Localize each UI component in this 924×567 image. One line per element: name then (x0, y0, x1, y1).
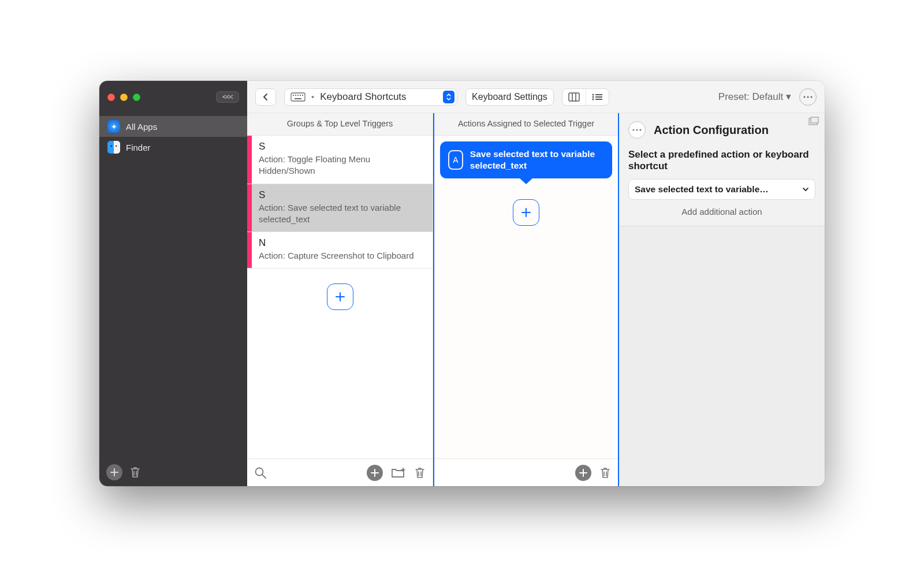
globe-icon: ✦ (107, 120, 120, 133)
action-select-dropdown[interactable]: Save selected text to variable… (628, 179, 815, 200)
trigger-description: Action: Capture Screenshot to Clipboard (259, 250, 426, 262)
close-window-button[interactable] (107, 94, 115, 101)
text-select-icon: A (448, 150, 463, 170)
config-panel: Action Configuration Select a predefined… (619, 113, 825, 226)
config-options-button[interactable] (628, 121, 646, 139)
zoom-window-button[interactable] (133, 94, 140, 101)
toolbar: • Keyboard Shortcuts Keyboard Settings P… (247, 81, 825, 113)
back-button[interactable] (255, 88, 276, 106)
svg-point-25 (639, 129, 641, 130)
row-color-stripe (247, 136, 252, 184)
ellipsis-icon (632, 129, 642, 131)
svg-rect-15 (595, 99, 602, 100)
preset-dropdown[interactable]: Preset: Default ▾ (718, 91, 791, 103)
svg-rect-13 (595, 96, 602, 98)
svg-point-10 (593, 94, 594, 95)
actions-column: Actions Assigned to Selected Trigger A S… (433, 113, 619, 486)
list-icon (591, 93, 603, 101)
columns-view-button[interactable] (562, 89, 586, 105)
config-title: Action Configuration (654, 124, 769, 137)
minimize-window-button[interactable] (120, 94, 128, 101)
actions-list: A Save selected text to variable selecte… (434, 136, 618, 458)
keyboard-settings-button[interactable]: Keyboard Settings (465, 88, 554, 106)
triggers-footer (247, 458, 433, 486)
svg-rect-11 (595, 94, 602, 95)
add-trigger-footer-button[interactable] (367, 465, 383, 481)
triggers-column: Groups & Top Level Triggers S Action: To… (247, 113, 433, 486)
section-dropdown[interactable]: • Keyboard Shortcuts (284, 88, 457, 106)
trigger-key: S (259, 189, 426, 201)
add-group-button[interactable] (391, 467, 406, 479)
config-subtitle: Select a predefined action or keyboard s… (628, 149, 815, 172)
plus-icon (579, 469, 587, 477)
trash-icon (414, 467, 426, 479)
search-icon (254, 467, 267, 479)
plus-icon (521, 207, 531, 218)
row-color-stripe (247, 184, 252, 232)
row-color-stripe (247, 232, 252, 268)
sidebar-item-label: Finder (126, 143, 151, 152)
chevron-left-icon (263, 93, 269, 101)
trigger-key: N (259, 237, 426, 249)
titlebar-sidebar-area: <<< (99, 81, 247, 113)
section-dropdown-label: Keyboard Shortcuts (320, 91, 406, 103)
trigger-row[interactable]: S Action: Save selected text to variable… (247, 184, 433, 233)
dot-separator-icon: • (311, 92, 314, 102)
triggers-column-header: Groups & Top Level Triggers (247, 113, 433, 136)
finder-icon (107, 141, 120, 154)
columns-icon (568, 92, 580, 102)
sidebar-list: ✦ All Apps Finder (99, 113, 247, 458)
delete-trigger-button[interactable] (414, 467, 426, 479)
main-body: ✦ All Apps Finder Groups & Top Level Tri… (99, 113, 825, 486)
action-card-label: Save selected text to variable selected_… (470, 148, 604, 171)
svg-line-20 (262, 475, 266, 478)
svg-point-23 (632, 129, 634, 130)
svg-rect-7 (569, 93, 579, 101)
sidebar-item-all-apps[interactable]: ✦ All Apps (99, 116, 247, 137)
svg-point-17 (807, 96, 808, 98)
svg-rect-1 (293, 95, 294, 96)
list-view-button[interactable] (586, 89, 609, 105)
search-triggers-button[interactable] (254, 467, 267, 479)
more-menu-button[interactable] (799, 88, 817, 106)
plus-icon (110, 468, 118, 476)
updown-arrows-icon (443, 91, 454, 103)
delete-app-button[interactable] (129, 466, 141, 479)
trigger-description: Action: Save selected text to variable s… (259, 202, 426, 226)
app-window: <<< • Keyboard Shortcuts Keyboard Settin… (99, 81, 825, 486)
folder-plus-icon (391, 467, 406, 479)
selection-notch-icon (432, 201, 433, 215)
trigger-description: Action: Toggle Floating Menu Hidden/Show… (259, 154, 426, 177)
svg-rect-3 (297, 95, 299, 96)
svg-point-16 (803, 96, 805, 98)
collapse-sidebar-button[interactable]: <<< (216, 91, 239, 103)
add-additional-action-button[interactable]: Add additional action (628, 207, 815, 217)
trash-icon (129, 466, 141, 479)
action-card[interactable]: A Save selected text to variable selecte… (440, 141, 612, 178)
view-mode-toggle[interactable] (562, 88, 609, 106)
svg-rect-6 (295, 98, 301, 99)
trigger-row[interactable]: N Action: Capture Screenshot to Clipboar… (247, 232, 433, 268)
actions-footer (434, 458, 618, 486)
add-action-footer-button[interactable] (575, 465, 591, 481)
titlebar: <<< • Keyboard Shortcuts Keyboard Settin… (99, 81, 825, 113)
delete-action-button[interactable] (599, 467, 611, 479)
sidebar-footer (99, 458, 247, 486)
popout-icon[interactable] (808, 117, 819, 125)
add-app-button[interactable] (106, 464, 122, 480)
svg-point-18 (810, 96, 812, 98)
plus-icon (335, 292, 345, 302)
sidebar-item-finder[interactable]: Finder (99, 137, 247, 158)
traffic-lights (107, 94, 140, 101)
add-action-button[interactable] (513, 199, 539, 226)
svg-rect-5 (302, 95, 303, 96)
keyboard-settings-label: Keyboard Settings (472, 92, 547, 102)
add-trigger-button[interactable] (327, 284, 353, 310)
trash-icon (599, 467, 611, 479)
keyboard-icon (290, 92, 305, 102)
trigger-row[interactable]: S Action: Toggle Floating Menu Hidden/Sh… (247, 136, 433, 184)
svg-rect-4 (300, 95, 301, 96)
config-column: Action Configuration Select a predefined… (619, 113, 825, 486)
actions-column-header: Actions Assigned to Selected Trigger (434, 113, 618, 136)
plus-icon (371, 469, 379, 477)
